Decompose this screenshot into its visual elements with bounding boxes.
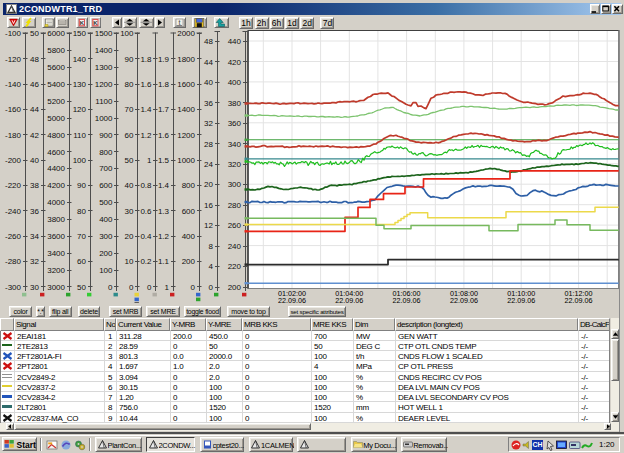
svg-text:110: 110 — [73, 131, 86, 140]
svg-text:200: 200 — [182, 257, 196, 266]
svg-text:1.4: 1.4 — [140, 105, 152, 114]
svg-text:240: 240 — [228, 242, 242, 251]
svg-text:-280: -280 — [5, 257, 22, 266]
svg-text:20: 20 — [204, 180, 213, 189]
svg-text:120: 120 — [73, 105, 87, 114]
svg-text:0.8: 0.8 — [140, 181, 152, 190]
svg-text:1000: 1000 — [95, 114, 113, 123]
svg-text:4800: 4800 — [47, 131, 65, 140]
svg-text:5200: 5200 — [47, 97, 65, 106]
svg-text:1.2: 1.2 — [140, 131, 152, 140]
svg-text:t: t — [179, 19, 181, 26]
svg-text:80: 80 — [125, 80, 134, 89]
svg-text:-300: -300 — [5, 283, 22, 292]
svg-text:0: 0 — [108, 283, 113, 292]
svg-text:4200: 4200 — [47, 181, 65, 190]
svg-text:1800: 1800 — [177, 55, 195, 64]
svg-text:10: 10 — [125, 257, 134, 266]
svg-text:-180: -180 — [5, 131, 22, 140]
svg-text:1100: 1100 — [95, 97, 113, 106]
svg-text:1.8: 1.8 — [140, 55, 152, 64]
svg-text:32: 32 — [30, 257, 39, 266]
svg-text:1: 1 — [147, 156, 152, 165]
svg-text:5600: 5600 — [47, 63, 65, 72]
svg-text:5400: 5400 — [47, 80, 65, 89]
svg-text:36: 36 — [204, 99, 213, 108]
svg-text:1200: 1200 — [95, 80, 113, 89]
svg-text:200: 200 — [99, 249, 113, 258]
svg-text:1500: 1500 — [95, 30, 113, 38]
svg-text:3400: 3400 — [47, 249, 65, 258]
svg-text:1400: 1400 — [95, 46, 113, 55]
svg-text:1200: 1200 — [177, 131, 195, 140]
svg-text:360: 360 — [228, 119, 242, 128]
svg-text:48: 48 — [204, 37, 213, 46]
svg-text:0: 0 — [209, 283, 214, 292]
svg-text:1.6: 1.6 — [158, 131, 170, 140]
svg-text:8: 8 — [209, 242, 214, 251]
svg-text:150: 150 — [73, 30, 87, 38]
svg-text:90: 90 — [125, 55, 134, 64]
svg-text:800: 800 — [182, 181, 196, 190]
svg-text:400: 400 — [182, 232, 196, 241]
svg-text:3000: 3000 — [47, 283, 65, 292]
svg-text:4400: 4400 — [47, 164, 65, 173]
svg-text:700: 700 — [99, 164, 113, 173]
svg-text:500: 500 — [99, 198, 113, 207]
svg-text:22.09.06: 22.09.06 — [507, 296, 535, 303]
svg-text:0: 0 — [191, 283, 196, 292]
svg-text:280: 280 — [228, 201, 242, 210]
svg-text:100: 100 — [120, 30, 134, 38]
svg-text:2000: 2000 — [177, 30, 195, 38]
svg-text:260: 260 — [228, 221, 242, 230]
svg-text:1.9: 1.9 — [158, 55, 170, 64]
svg-text:1.5: 1.5 — [158, 156, 170, 165]
svg-text:50: 50 — [125, 156, 134, 165]
svg-text:22.09.06: 22.09.06 — [335, 296, 363, 303]
svg-text:-160: -160 — [5, 105, 22, 114]
svg-text:4: 4 — [209, 262, 214, 271]
svg-text:1600: 1600 — [177, 80, 195, 89]
svg-text:22.09.06: 22.09.06 — [393, 296, 421, 303]
svg-text:-260: -260 — [5, 232, 22, 241]
svg-text:24: 24 — [204, 160, 213, 169]
svg-text:0: 0 — [147, 283, 152, 292]
svg-text:48: 48 — [30, 55, 39, 64]
svg-text:-200: -200 — [5, 156, 22, 165]
svg-text:300: 300 — [99, 232, 113, 241]
svg-text:0.2: 0.2 — [140, 257, 152, 266]
svg-text:36: 36 — [30, 207, 39, 216]
svg-text:140: 140 — [73, 55, 87, 64]
svg-text:220: 220 — [228, 262, 242, 271]
svg-text:16: 16 — [204, 201, 213, 210]
svg-text:80: 80 — [77, 207, 86, 216]
svg-text:-240: -240 — [5, 207, 22, 216]
svg-text:50: 50 — [77, 283, 86, 292]
svg-text:32: 32 — [204, 119, 213, 128]
svg-text:900: 900 — [99, 131, 113, 140]
svg-text:1.3: 1.3 — [158, 207, 170, 216]
svg-text:1: 1 — [165, 283, 170, 292]
svg-text:30: 30 — [125, 207, 134, 216]
svg-text:400: 400 — [99, 215, 113, 224]
svg-text:30: 30 — [30, 283, 39, 292]
svg-text:0.6: 0.6 — [140, 207, 152, 216]
svg-text:4000: 4000 — [47, 198, 65, 207]
svg-text:0: 0 — [129, 283, 134, 292]
svg-text:40: 40 — [125, 181, 134, 190]
svg-text:20: 20 — [125, 232, 134, 241]
svg-text:50: 50 — [30, 30, 39, 38]
svg-text:-100: -100 — [5, 30, 22, 38]
svg-text:-140: -140 — [5, 80, 22, 89]
svg-text:46: 46 — [30, 80, 39, 89]
svg-text:1.7: 1.7 — [158, 105, 170, 114]
svg-text:70: 70 — [125, 105, 134, 114]
svg-text:22.09.06: 22.09.06 — [278, 296, 306, 303]
svg-text:3600: 3600 — [47, 232, 65, 241]
svg-text:200: 200 — [228, 283, 242, 292]
svg-text:1400: 1400 — [177, 105, 195, 114]
svg-text:4600: 4600 — [47, 148, 65, 157]
svg-text:100: 100 — [99, 266, 113, 275]
svg-text:70: 70 — [77, 232, 86, 241]
svg-text:22.09.06: 22.09.06 — [565, 296, 593, 303]
